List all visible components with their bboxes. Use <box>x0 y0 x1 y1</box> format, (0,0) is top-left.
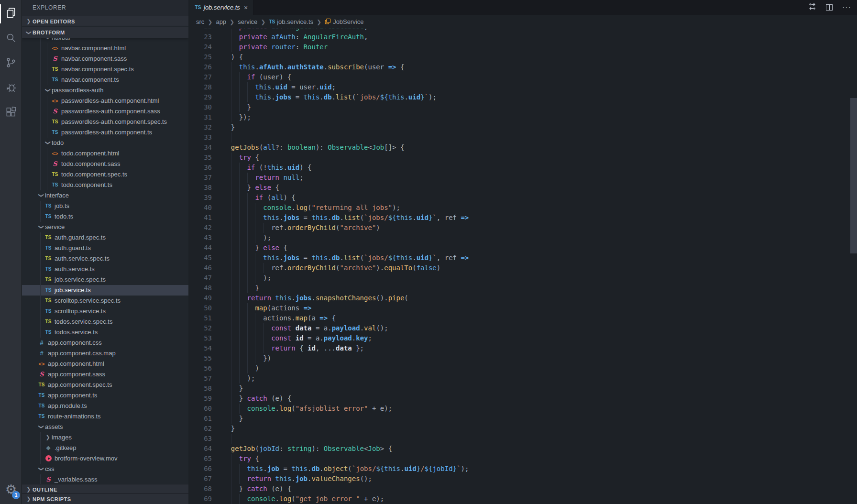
activity-explorer-icon[interactable] <box>0 2 22 26</box>
code-line-68[interactable]: 68 } catch (e) { <box>188 484 850 494</box>
scrollbar-thumb[interactable] <box>850 98 857 253</box>
code-line-51[interactable]: 51 actions.map(a => { <box>188 313 850 323</box>
code-line-41[interactable]: 41 this.jobs = this.db.list(`jobs/${this… <box>188 213 850 223</box>
code-line-28[interactable]: 28 this.uid = user.uid; <box>188 82 850 92</box>
tab-job-service-ts[interactable]: TS job.service.ts × <box>188 0 254 15</box>
code-line-62[interactable]: 62 } <box>188 424 850 434</box>
code-line-63[interactable]: 63 <box>188 434 850 444</box>
code-line-31[interactable]: 31 }); <box>188 112 850 122</box>
tree-file-scrolltop.service.ts[interactable]: TSscrolltop.service.ts <box>22 306 188 317</box>
tree-file-auth.guard.ts[interactable]: TSauth.guard.ts <box>22 243 188 253</box>
code-line-57[interactable]: 57 ); <box>188 373 850 383</box>
activity-debug-icon[interactable] <box>0 77 22 100</box>
code-line-35[interactable]: 35 try { <box>188 153 850 163</box>
code-line-65[interactable]: 65 try { <box>188 454 850 464</box>
tree-file-route-animations.ts[interactable]: TSroute-animations.ts <box>22 411 188 422</box>
tree-folder-todo[interactable]: ❯todo <box>22 138 188 148</box>
tree-folder-css[interactable]: ❯css <box>22 464 188 474</box>
tree-folder-navbar[interactable]: ❯navbar <box>22 38 188 43</box>
code-line-39[interactable]: 39 if (all) { <box>188 193 850 203</box>
code-line-23[interactable]: 23 private afAuth: AngularFireAuth, <box>188 32 850 42</box>
tree-file-auth.service.spec.ts[interactable]: TSauth.service.spec.ts <box>22 253 188 264</box>
tree-folder-passwordless-auth[interactable]: ❯passwordless-auth <box>22 85 188 96</box>
code-line-45[interactable]: 45 this.jobs = this.db.list(`jobs/${this… <box>188 253 850 263</box>
tree-file-todo.ts[interactable]: TStodo.ts <box>22 211 188 222</box>
breadcrumb-item-JobService[interactable]: JobService <box>325 18 363 26</box>
tree-file-todos.service.ts[interactable]: TStodos.service.ts <box>22 327 188 338</box>
code-line-49[interactable]: 49 return this.jobs.snapshotChanges().pi… <box>188 293 850 303</box>
code-line-33[interactable]: 33 <box>188 132 850 142</box>
code-line-30[interactable]: 30 } <box>188 102 850 112</box>
tree-file-auth.service.ts[interactable]: TSauth.service.ts <box>22 264 188 274</box>
code-line-47[interactable]: 47 ); <box>188 273 850 283</box>
tree-file-passwordless-auth.component.sass[interactable]: Spasswordless-auth.component.sass <box>22 106 188 117</box>
code-line-54[interactable]: 54 return { id, ...data }; <box>188 343 850 353</box>
code-line-50[interactable]: 50 map(actions => <box>188 303 850 313</box>
tree-file-job.service.ts[interactable]: TSjob.service.ts <box>22 285 188 296</box>
code-line-60[interactable]: 60 console.log("afsjoblist error" + e); <box>188 404 850 414</box>
code-line-44[interactable]: 44 } else { <box>188 243 850 253</box>
settings-button[interactable]: ⚙1 <box>0 479 22 500</box>
code-line-29[interactable]: 29 this.jobs = this.db.list(`jobs/${this… <box>188 92 850 102</box>
close-icon[interactable]: × <box>244 4 248 11</box>
tree-file-app.component.ts[interactable]: TSapp.component.ts <box>22 390 188 401</box>
tree-file-job.ts[interactable]: TSjob.ts <box>22 201 188 211</box>
tree-file-app.component.css.map[interactable]: #app.component.css.map <box>22 348 188 359</box>
code-editor[interactable]: 22 private db: AngularFireDatabase,23 pr… <box>188 29 850 504</box>
activity-search-icon[interactable] <box>0 27 22 51</box>
code-line-55[interactable]: 55 }) <box>188 353 850 363</box>
code-line-59[interactable]: 59 } catch (e) { <box>188 394 850 404</box>
tree-folder-service[interactable]: ❯service <box>22 222 188 232</box>
tree-folder-assets[interactable]: ❯assets <box>22 422 188 432</box>
tree-file-todo.component.sass[interactable]: Stodo.component.sass <box>22 159 188 169</box>
code-line-58[interactable]: 58 } <box>188 383 850 394</box>
breadcrumb-item-src[interactable]: src <box>196 18 204 25</box>
tree-file-app.component.css[interactable]: #app.component.css <box>22 338 188 348</box>
code-line-56[interactable]: 56 ) <box>188 363 850 373</box>
code-line-64[interactable]: 64 getJob(jobId: string): Observable<Job… <box>188 444 850 454</box>
tree-file-navbar.component.ts[interactable]: TSnavbar.component.ts <box>22 75 188 85</box>
code-line-43[interactable]: 43 ); <box>188 233 850 243</box>
code-line-46[interactable]: 46 ref.orderByChild("archive").equalTo(f… <box>188 263 850 273</box>
code-line-53[interactable]: 53 const id = a.payload.key; <box>188 333 850 343</box>
code-line-38[interactable]: 38 } else { <box>188 183 850 193</box>
code-line-26[interactable]: 26 this.afAuth.authState.subscribe(user … <box>188 62 850 72</box>
code-line-61[interactable]: 61 } <box>188 414 850 424</box>
tree-file-.gitkeep[interactable]: ◆.gitkeep <box>22 443 188 453</box>
tree-folder-images[interactable]: ❯images <box>22 432 188 443</box>
activity-extensions-icon[interactable] <box>0 101 22 125</box>
tree-file-app.component.spec.ts[interactable]: TSapp.component.spec.ts <box>22 380 188 390</box>
tree-file-auth.guard.spec.ts[interactable]: TSauth.guard.spec.ts <box>22 232 188 243</box>
code-line-40[interactable]: 40 console.log("returning all jobs"); <box>188 203 850 213</box>
tree-file-todo.component.ts[interactable]: TStodo.component.ts <box>22 180 188 190</box>
code-line-66[interactable]: 66 this.job = this.db.object(`jobs/${thi… <box>188 464 850 474</box>
tree-file-brotform-overview.mov[interactable]: brotform-overview.mov <box>22 453 188 464</box>
section-open-editors[interactable]: ❯ OPEN EDITORS <box>22 16 188 26</box>
tree-file-navbar.component.html[interactable]: <>navbar.component.html <box>22 43 188 54</box>
tree-file-navbar.component.spec.ts[interactable]: TSnavbar.component.spec.ts <box>22 64 188 75</box>
open-changes-icon[interactable] <box>808 2 816 12</box>
tree-file-navbar.component.sass[interactable]: Snavbar.component.sass <box>22 54 188 64</box>
tree-file-app.component.html[interactable]: <>app.component.html <box>22 359 188 369</box>
code-line-25[interactable]: 25 ) { <box>188 52 850 62</box>
code-line-22[interactable]: 22 private db: AngularFireDatabase, <box>188 29 850 32</box>
tree-file-job.service.spec.ts[interactable]: TSjob.service.spec.ts <box>22 274 188 285</box>
tree-file-scrolltop.service.spec.ts[interactable]: TSscrolltop.service.spec.ts <box>22 296 188 306</box>
code-line-32[interactable]: 32 } <box>188 122 850 132</box>
code-line-69[interactable]: 69 console.log("get job error " + e); <box>188 494 850 504</box>
code-line-42[interactable]: 42 ref.orderByChild("archive") <box>188 223 850 233</box>
tree-file-todo.component.spec.ts[interactable]: TStodo.component.spec.ts <box>22 169 188 180</box>
section-npm-scripts[interactable]: ❯ NPM SCRIPTS <box>22 493 188 504</box>
activity-source-control-icon[interactable] <box>0 52 22 76</box>
breadcrumb-item-job.service.ts[interactable]: TSjob.service.ts <box>269 18 313 25</box>
more-actions-icon[interactable]: ··· <box>842 5 851 10</box>
code-line-37[interactable]: 37 return null; <box>188 173 850 183</box>
tree-folder-interface[interactable]: ❯interface <box>22 190 188 201</box>
code-line-27[interactable]: 27 if (user) { <box>188 72 850 82</box>
tree-file-passwordless-auth.component.html[interactable]: <>passwordless-auth.component.html <box>22 96 188 106</box>
split-editor-icon[interactable] <box>826 4 833 11</box>
code-line-34[interactable]: 34 getJobs(all?: boolean): Observable<Jo… <box>188 142 850 153</box>
tree-file-_variables.sass[interactable]: S_variables.sass <box>22 474 188 484</box>
tree-file-passwordless-auth.component.spec.ts[interactable]: TSpasswordless-auth.component.spec.ts <box>22 117 188 127</box>
tree-file-app.module.ts[interactable]: TSapp.module.ts <box>22 401 188 411</box>
